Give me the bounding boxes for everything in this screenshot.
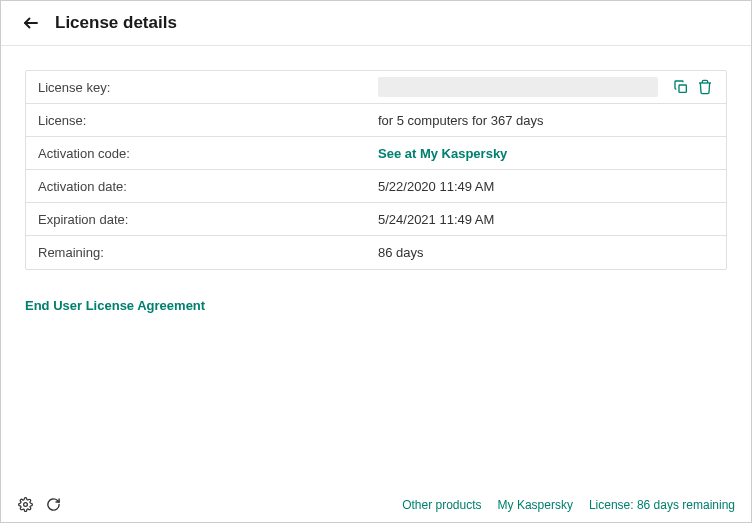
row-label-remaining: Remaining: bbox=[38, 245, 378, 260]
table-row: Activation date: 5/22/2020 11:49 AM bbox=[26, 170, 726, 203]
table-row: Expiration date: 5/24/2021 11:49 AM bbox=[26, 203, 726, 236]
row-label-activation-date: Activation date: bbox=[38, 179, 378, 194]
header: License details bbox=[1, 1, 751, 46]
svg-point-2 bbox=[23, 503, 27, 507]
table-row: License: for 5 computers for 367 days bbox=[26, 104, 726, 137]
other-products-link[interactable]: Other products bbox=[402, 498, 481, 512]
row-label-license: License: bbox=[38, 113, 378, 128]
table-row: License key: bbox=[26, 71, 726, 104]
row-label-license-key: License key: bbox=[38, 80, 378, 95]
license-table: License key: bbox=[25, 70, 727, 270]
license-details-window: License details License key: bbox=[0, 0, 752, 523]
copy-button[interactable] bbox=[672, 78, 690, 96]
eula-link[interactable]: End User License Agreement bbox=[25, 298, 205, 313]
row-label-activation-code: Activation code: bbox=[38, 146, 378, 161]
arrow-left-icon bbox=[22, 14, 40, 32]
footer-right: Other products My Kaspersky License: 86 … bbox=[402, 498, 735, 512]
table-row: Remaining: 86 days bbox=[26, 236, 726, 269]
page-title: License details bbox=[55, 13, 177, 33]
license-remaining-link[interactable]: License: 86 days remaining bbox=[589, 498, 735, 512]
svg-rect-1 bbox=[679, 85, 686, 92]
refresh-icon bbox=[46, 497, 61, 512]
row-value-license: for 5 computers for 367 days bbox=[378, 113, 714, 128]
copy-icon bbox=[673, 79, 689, 95]
footer-left bbox=[17, 497, 61, 513]
table-row: Activation code: See at My Kaspersky bbox=[26, 137, 726, 170]
content-area: License key: bbox=[1, 46, 751, 486]
activation-code-link[interactable]: See at My Kaspersky bbox=[378, 146, 714, 161]
delete-button[interactable] bbox=[696, 78, 714, 96]
row-value-license-key bbox=[378, 77, 714, 97]
footer: Other products My Kaspersky License: 86 … bbox=[1, 486, 751, 522]
row-value-expiration-date: 5/24/2021 11:49 AM bbox=[378, 212, 714, 227]
back-button[interactable] bbox=[21, 13, 41, 33]
sync-button[interactable] bbox=[45, 497, 61, 513]
row-value-activation-date: 5/22/2020 11:49 AM bbox=[378, 179, 714, 194]
license-key-masked bbox=[378, 77, 658, 97]
gear-icon bbox=[18, 497, 33, 512]
trash-icon bbox=[697, 79, 713, 95]
row-value-remaining: 86 days bbox=[378, 245, 714, 260]
row-label-expiration-date: Expiration date: bbox=[38, 212, 378, 227]
my-kaspersky-link[interactable]: My Kaspersky bbox=[498, 498, 573, 512]
settings-button[interactable] bbox=[17, 497, 33, 513]
